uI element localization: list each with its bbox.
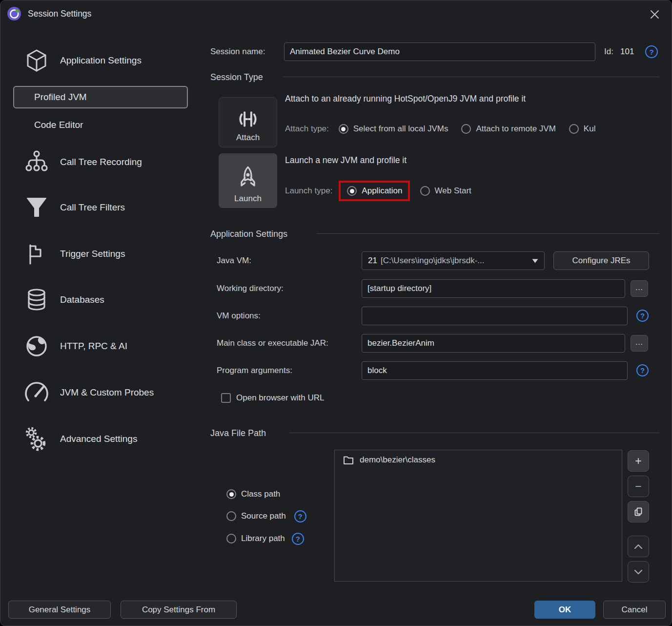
open-browser-row: Open browser with URL <box>221 392 324 404</box>
java-vm-dropdown[interactable]: 21 [C:\Users\ingo\jdks\jbrsdk-... <box>362 251 545 270</box>
session-id-help-icon[interactable]: ? <box>645 45 658 58</box>
java-file-path-header: Java File Path <box>210 426 266 440</box>
attach-option-remote-jvm-label[interactable]: Attach to remote JVM <box>476 124 555 134</box>
close-icon[interactable] <box>645 4 664 24</box>
attach-type-label: Attach type: <box>285 124 329 134</box>
application-settings-divider <box>317 233 659 234</box>
working-directory-browse-button[interactable]: ... <box>631 280 648 297</box>
library-path-radio[interactable] <box>226 534 236 543</box>
sidebar-item-http-rpc-ai[interactable]: HTTP, RPC & AI <box>60 334 127 359</box>
class-path-list-item[interactable]: demo\bezier\classes <box>335 450 622 465</box>
attach-option-kul-radio[interactable] <box>569 124 579 134</box>
source-path-radio[interactable] <box>226 511 236 521</box>
attach-option-kul-label[interactable]: Kul <box>584 124 596 134</box>
jvm-custom-probes-gauge-icon <box>24 380 49 405</box>
launch-option-application-label[interactable]: Application <box>362 186 402 196</box>
open-browser-label[interactable]: Open browser with URL <box>236 393 324 403</box>
java-vm-path: [C:\Users\ingo\jdks\jbrsdk-... <box>381 256 485 266</box>
copy-icon <box>633 507 643 517</box>
java-vm-label: Java VM: <box>217 251 251 270</box>
attach-option-local-jvms-radio[interactable] <box>339 124 348 134</box>
vm-options-help-icon[interactable]: ? <box>636 310 649 322</box>
sidebar-item-jvm-custom-probes[interactable]: JVM & Custom Probes <box>60 380 154 405</box>
program-arguments-label: Program arguments: <box>217 361 292 380</box>
main-class-browse-button[interactable]: ... <box>631 335 648 352</box>
general-settings-button[interactable]: General Settings <box>8 601 111 619</box>
trigger-settings-flag-icon <box>24 241 49 267</box>
main-class-input[interactable] <box>362 334 625 353</box>
launch-option-application-highlight: Application <box>339 181 409 201</box>
attach-plug-icon <box>233 107 263 131</box>
sidebar-item-databases[interactable]: Databases <box>60 287 104 313</box>
attach-description: Attach to an already running HotSpot/Ope… <box>285 92 526 105</box>
databases-icon <box>24 287 49 313</box>
class-path-list[interactable]: demo\bezier\classes <box>334 450 622 582</box>
working-directory-input[interactable] <box>362 279 625 298</box>
window-title: Session Settings <box>28 0 91 27</box>
session-settings-dialog: Session Settings Application Settings Pr… <box>0 0 672 626</box>
session-name-label: Session name: <box>210 42 265 61</box>
sidebar-item-application-settings[interactable]: Application Settings <box>60 48 142 73</box>
session-id-value: 101 <box>620 42 634 61</box>
attach-tile-button[interactable]: Attach <box>219 97 277 147</box>
vm-options-label: VM options: <box>217 307 261 325</box>
class-path-label[interactable]: Class path <box>241 489 280 499</box>
session-name-input[interactable] <box>284 42 595 61</box>
advanced-settings-gears-icon <box>24 426 49 452</box>
attach-type-row: Attach type: Select from all local JVMs … <box>285 123 595 135</box>
attach-option-remote-jvm-radio[interactable] <box>461 124 471 134</box>
launch-option-webstart-label[interactable]: Web Start <box>435 186 471 196</box>
launch-type-label: Launch type: <box>285 186 332 196</box>
library-path-help-icon[interactable]: ? <box>292 533 304 545</box>
sidebar-item-advanced-settings[interactable]: Advanced Settings <box>60 426 137 452</box>
chevron-down-icon <box>634 569 643 575</box>
application-settings-header: Application Settings <box>210 227 287 241</box>
class-path-radio[interactable] <box>226 489 236 499</box>
sidebar-item-profiled-jvm-label[interactable]: Profiled JVM <box>34 86 87 108</box>
launch-option-application-radio[interactable] <box>347 186 357 196</box>
remove-path-button[interactable]: − <box>628 476 649 497</box>
add-path-button[interactable]: + <box>628 450 649 472</box>
library-path-label[interactable]: Library path <box>241 534 285 543</box>
sidebar-item-code-editor[interactable]: Code Editor <box>34 112 83 138</box>
launch-tile-button[interactable]: Launch <box>219 153 277 208</box>
http-rpc-ai-globe-icon <box>24 334 49 359</box>
chevron-up-icon <box>634 544 643 549</box>
main-class-label: Main class or executable JAR: <box>217 334 328 353</box>
open-browser-checkbox[interactable] <box>221 393 231 403</box>
attach-option-local-jvms-label[interactable]: Select from all local JVMs <box>353 124 448 134</box>
source-path-label[interactable]: Source path <box>241 511 286 521</box>
java-vm-version: 21 <box>368 256 377 266</box>
application-settings-cube-icon <box>24 48 49 73</box>
source-path-help-icon[interactable]: ? <box>294 510 306 522</box>
call-tree-filters-funnel-icon <box>24 195 49 220</box>
program-arguments-help-icon[interactable]: ? <box>636 364 649 376</box>
ok-button[interactable]: OK <box>534 601 595 619</box>
class-path-option: Class path <box>226 488 280 501</box>
session-type-header: Session Type <box>210 70 263 84</box>
java-file-path-divider <box>289 433 659 433</box>
call-tree-recording-icon <box>24 149 49 175</box>
sidebar-item-call-tree-filters[interactable]: Call Tree Filters <box>60 195 125 220</box>
library-path-option: Library path ? <box>226 532 304 545</box>
program-arguments-input[interactable] <box>362 361 628 380</box>
move-up-button[interactable] <box>628 536 649 557</box>
launch-rocket-icon <box>236 165 260 192</box>
cancel-button[interactable]: Cancel <box>603 601 666 619</box>
launch-description: Launch a new JVM and profile it <box>285 154 407 167</box>
sidebar-item-trigger-settings[interactable]: Trigger Settings <box>60 241 125 267</box>
launch-option-webstart-radio[interactable] <box>420 186 430 196</box>
move-down-button[interactable] <box>628 561 649 583</box>
configure-jres-button[interactable]: Configure JREs <box>553 251 649 270</box>
folder-icon <box>343 456 354 465</box>
session-type-divider <box>283 77 659 77</box>
copy-path-button[interactable] <box>628 501 649 522</box>
sidebar-item-call-tree-recording[interactable]: Call Tree Recording <box>60 149 142 175</box>
session-id-label: Id: <box>604 42 613 61</box>
jprofiler-logo-icon <box>7 7 21 21</box>
vm-options-input[interactable] <box>362 307 628 325</box>
copy-settings-from-button[interactable]: Copy Settings From <box>121 601 237 619</box>
working-directory-label: Working directory: <box>217 279 284 298</box>
chevron-down-icon <box>532 259 538 263</box>
launch-type-row: Launch type: Application Web Start <box>285 180 471 202</box>
